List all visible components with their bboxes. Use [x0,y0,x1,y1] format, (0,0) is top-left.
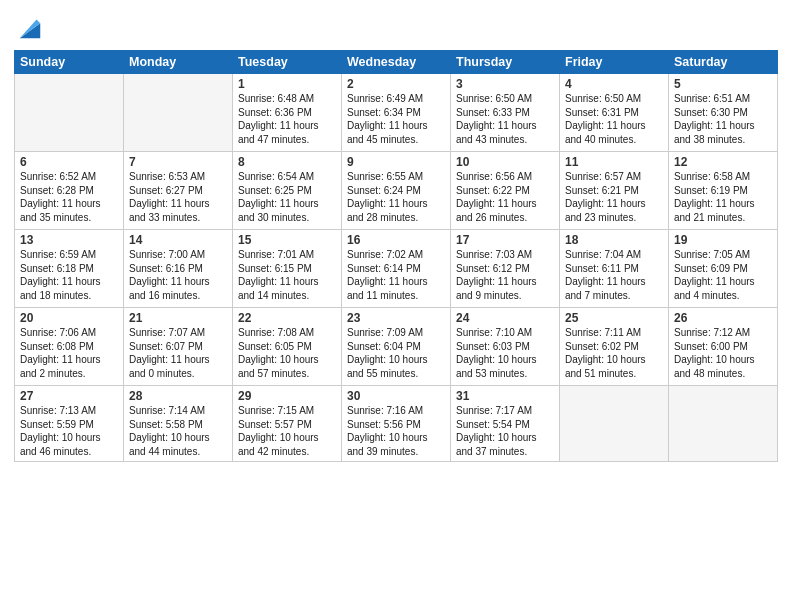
day-number: 28 [129,389,227,403]
cell-info: Sunrise: 6:55 AM Sunset: 6:24 PM Dayligh… [347,171,428,223]
day-number: 11 [565,155,663,169]
calendar-cell: 12Sunrise: 6:58 AM Sunset: 6:19 PM Dayli… [669,152,778,230]
day-number: 10 [456,155,554,169]
cell-info: Sunrise: 6:49 AM Sunset: 6:34 PM Dayligh… [347,93,428,145]
calendar-cell: 2Sunrise: 6:49 AM Sunset: 6:34 PM Daylig… [342,74,451,152]
day-number: 26 [674,311,772,325]
day-number: 13 [20,233,118,247]
cell-info: Sunrise: 7:02 AM Sunset: 6:14 PM Dayligh… [347,249,428,301]
col-header-thursday: Thursday [451,51,560,74]
calendar-cell: 30Sunrise: 7:16 AM Sunset: 5:56 PM Dayli… [342,386,451,462]
cell-info: Sunrise: 7:03 AM Sunset: 6:12 PM Dayligh… [456,249,537,301]
week-row-3: 13Sunrise: 6:59 AM Sunset: 6:18 PM Dayli… [15,230,778,308]
cell-info: Sunrise: 6:58 AM Sunset: 6:19 PM Dayligh… [674,171,755,223]
calendar-cell: 20Sunrise: 7:06 AM Sunset: 6:08 PM Dayli… [15,308,124,386]
calendar-cell [15,74,124,152]
day-number: 22 [238,311,336,325]
day-number: 14 [129,233,227,247]
day-number: 5 [674,77,772,91]
cell-info: Sunrise: 7:10 AM Sunset: 6:03 PM Dayligh… [456,327,537,379]
calendar-cell: 22Sunrise: 7:08 AM Sunset: 6:05 PM Dayli… [233,308,342,386]
day-number: 3 [456,77,554,91]
calendar-cell: 26Sunrise: 7:12 AM Sunset: 6:00 PM Dayli… [669,308,778,386]
calendar-cell: 21Sunrise: 7:07 AM Sunset: 6:07 PM Dayli… [124,308,233,386]
day-number: 16 [347,233,445,247]
cell-info: Sunrise: 7:15 AM Sunset: 5:57 PM Dayligh… [238,405,319,457]
col-header-sunday: Sunday [15,51,124,74]
week-row-1: 1Sunrise: 6:48 AM Sunset: 6:36 PM Daylig… [15,74,778,152]
calendar-cell: 11Sunrise: 6:57 AM Sunset: 6:21 PM Dayli… [560,152,669,230]
main-container: SundayMondayTuesdayWednesdayThursdayFrid… [0,0,792,468]
day-number: 31 [456,389,554,403]
calendar-cell [124,74,233,152]
day-number: 15 [238,233,336,247]
calendar-cell: 5Sunrise: 6:51 AM Sunset: 6:30 PM Daylig… [669,74,778,152]
col-header-saturday: Saturday [669,51,778,74]
cell-info: Sunrise: 7:07 AM Sunset: 6:07 PM Dayligh… [129,327,210,379]
day-number: 30 [347,389,445,403]
cell-info: Sunrise: 6:53 AM Sunset: 6:27 PM Dayligh… [129,171,210,223]
cell-info: Sunrise: 6:50 AM Sunset: 6:33 PM Dayligh… [456,93,537,145]
calendar-cell: 4Sunrise: 6:50 AM Sunset: 6:31 PM Daylig… [560,74,669,152]
cell-info: Sunrise: 7:12 AM Sunset: 6:00 PM Dayligh… [674,327,755,379]
calendar-cell: 14Sunrise: 7:00 AM Sunset: 6:16 PM Dayli… [124,230,233,308]
calendar-cell: 9Sunrise: 6:55 AM Sunset: 6:24 PM Daylig… [342,152,451,230]
logo [14,14,44,42]
cell-info: Sunrise: 7:00 AM Sunset: 6:16 PM Dayligh… [129,249,210,301]
calendar-cell: 19Sunrise: 7:05 AM Sunset: 6:09 PM Dayli… [669,230,778,308]
calendar-cell: 15Sunrise: 7:01 AM Sunset: 6:15 PM Dayli… [233,230,342,308]
day-number: 18 [565,233,663,247]
calendar-table: SundayMondayTuesdayWednesdayThursdayFrid… [14,50,778,462]
col-header-wednesday: Wednesday [342,51,451,74]
col-header-tuesday: Tuesday [233,51,342,74]
day-number: 8 [238,155,336,169]
col-header-friday: Friday [560,51,669,74]
calendar-cell: 1Sunrise: 6:48 AM Sunset: 6:36 PM Daylig… [233,74,342,152]
header [14,10,778,42]
calendar-cell: 7Sunrise: 6:53 AM Sunset: 6:27 PM Daylig… [124,152,233,230]
day-number: 24 [456,311,554,325]
day-number: 1 [238,77,336,91]
cell-info: Sunrise: 6:48 AM Sunset: 6:36 PM Dayligh… [238,93,319,145]
calendar-cell: 27Sunrise: 7:13 AM Sunset: 5:59 PM Dayli… [15,386,124,462]
day-number: 25 [565,311,663,325]
day-number: 19 [674,233,772,247]
cell-info: Sunrise: 7:04 AM Sunset: 6:11 PM Dayligh… [565,249,646,301]
cell-info: Sunrise: 6:57 AM Sunset: 6:21 PM Dayligh… [565,171,646,223]
week-row-4: 20Sunrise: 7:06 AM Sunset: 6:08 PM Dayli… [15,308,778,386]
calendar-cell: 29Sunrise: 7:15 AM Sunset: 5:57 PM Dayli… [233,386,342,462]
day-number: 29 [238,389,336,403]
col-header-monday: Monday [124,51,233,74]
cell-info: Sunrise: 7:14 AM Sunset: 5:58 PM Dayligh… [129,405,210,457]
day-number: 7 [129,155,227,169]
cell-info: Sunrise: 7:09 AM Sunset: 6:04 PM Dayligh… [347,327,428,379]
week-row-2: 6Sunrise: 6:52 AM Sunset: 6:28 PM Daylig… [15,152,778,230]
calendar-cell: 24Sunrise: 7:10 AM Sunset: 6:03 PM Dayli… [451,308,560,386]
calendar-cell [560,386,669,462]
cell-info: Sunrise: 7:17 AM Sunset: 5:54 PM Dayligh… [456,405,537,457]
day-number: 21 [129,311,227,325]
header-row: SundayMondayTuesdayWednesdayThursdayFrid… [15,51,778,74]
day-number: 17 [456,233,554,247]
logo-icon [16,14,44,42]
week-row-5: 27Sunrise: 7:13 AM Sunset: 5:59 PM Dayli… [15,386,778,462]
cell-info: Sunrise: 6:52 AM Sunset: 6:28 PM Dayligh… [20,171,101,223]
cell-info: Sunrise: 7:05 AM Sunset: 6:09 PM Dayligh… [674,249,755,301]
day-number: 12 [674,155,772,169]
calendar-cell: 25Sunrise: 7:11 AM Sunset: 6:02 PM Dayli… [560,308,669,386]
cell-info: Sunrise: 6:54 AM Sunset: 6:25 PM Dayligh… [238,171,319,223]
calendar-cell: 31Sunrise: 7:17 AM Sunset: 5:54 PM Dayli… [451,386,560,462]
calendar-cell: 16Sunrise: 7:02 AM Sunset: 6:14 PM Dayli… [342,230,451,308]
day-number: 4 [565,77,663,91]
calendar-cell: 10Sunrise: 6:56 AM Sunset: 6:22 PM Dayli… [451,152,560,230]
cell-info: Sunrise: 7:13 AM Sunset: 5:59 PM Dayligh… [20,405,101,457]
cell-info: Sunrise: 7:16 AM Sunset: 5:56 PM Dayligh… [347,405,428,457]
cell-info: Sunrise: 7:08 AM Sunset: 6:05 PM Dayligh… [238,327,319,379]
day-number: 27 [20,389,118,403]
cell-info: Sunrise: 6:56 AM Sunset: 6:22 PM Dayligh… [456,171,537,223]
calendar-cell: 17Sunrise: 7:03 AM Sunset: 6:12 PM Dayli… [451,230,560,308]
cell-info: Sunrise: 7:01 AM Sunset: 6:15 PM Dayligh… [238,249,319,301]
calendar-cell: 8Sunrise: 6:54 AM Sunset: 6:25 PM Daylig… [233,152,342,230]
calendar-cell: 13Sunrise: 6:59 AM Sunset: 6:18 PM Dayli… [15,230,124,308]
calendar-cell: 28Sunrise: 7:14 AM Sunset: 5:58 PM Dayli… [124,386,233,462]
